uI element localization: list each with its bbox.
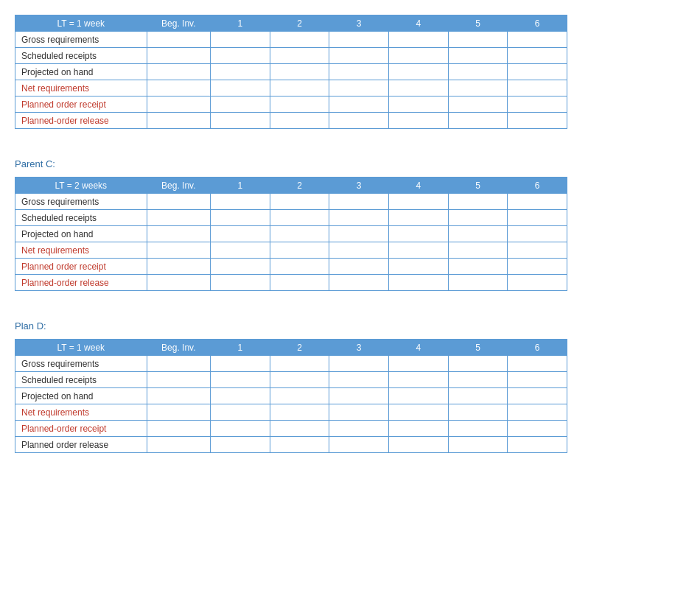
table-row: Scheduled receipts	[15, 372, 567, 388]
table-row: Net requirements	[15, 404, 567, 421]
row-label: Planned order release	[15, 437, 147, 453]
week5-header: 5	[448, 15, 508, 32]
table-row: Projected on hand	[15, 388, 567, 404]
week5-header: 5	[448, 340, 508, 356]
row-label: Planned order receipt	[15, 97, 147, 113]
table-row: Gross requirements	[15, 356, 567, 372]
table3: LT = 1 week Beg. Inv. 1 2 3 4 5 6 Gross …	[15, 339, 567, 453]
beg-inv-header: Beg. Inv.	[147, 340, 210, 356]
table1-container: LT = 1 week Beg. Inv. 1 2 3 4 5 6 Gross …	[15, 15, 685, 129]
table-row: Projected on hand	[15, 64, 567, 80]
week3-header: 3	[329, 15, 389, 32]
table-row: Scheduled receipts	[15, 48, 567, 64]
table-row: Gross requirements	[15, 194, 567, 210]
week1-header: 1	[211, 340, 270, 356]
row-label: Scheduled receipts	[15, 372, 147, 388]
table-row: Gross requirements	[15, 32, 567, 48]
week4-header: 4	[388, 15, 448, 32]
row-label: Planned-order receipt	[15, 421, 147, 437]
table2: LT = 2 weeks Beg. Inv. 1 2 3 4 5 6 Gross…	[15, 177, 567, 291]
week4-header: 4	[388, 178, 448, 194]
week1-header: 1	[211, 178, 270, 194]
row-label: Gross requirements	[15, 32, 147, 48]
row-label: Projected on hand	[15, 388, 147, 404]
row-label: Net requirements	[15, 80, 147, 97]
row-label: Planned-order release	[15, 275, 147, 291]
row-label: Net requirements	[15, 404, 147, 421]
table3-header: LT = 1 week	[15, 340, 147, 356]
week1-header: 1	[211, 15, 270, 32]
row-label: Net requirements	[15, 242, 147, 259]
row-label: Projected on hand	[15, 64, 147, 80]
week5-header: 5	[448, 178, 508, 194]
week2-header: 2	[270, 15, 329, 32]
table-row: Net requirements	[15, 80, 567, 97]
table3-container: Plan D: LT = 1 week Beg. Inv. 1 2 3 4 5 …	[15, 320, 685, 453]
week4-header: 4	[388, 340, 448, 356]
table1: LT = 1 week Beg. Inv. 1 2 3 4 5 6 Gross …	[15, 15, 567, 129]
table-row: Planned-order receipt	[15, 421, 567, 437]
table-row: Net requirements	[15, 242, 567, 259]
table-row: Planned order receipt	[15, 97, 567, 113]
week2-header: 2	[270, 178, 329, 194]
table-row: Planned-order release	[15, 113, 567, 129]
week3-header: 3	[329, 178, 389, 194]
table-row: Scheduled receipts	[15, 210, 567, 226]
table2-container: Parent C: LT = 2 weeks Beg. Inv. 1 2 3 4…	[15, 158, 685, 291]
table-row: Projected on hand	[15, 226, 567, 242]
row-label: Planned-order release	[15, 113, 147, 129]
table2-header: LT = 2 weeks	[15, 178, 147, 194]
row-label: Gross requirements	[15, 194, 147, 210]
week2-header: 2	[270, 340, 329, 356]
table-row: Planned order receipt	[15, 259, 567, 275]
row-label: Planned order receipt	[15, 259, 147, 275]
week3-header: 3	[329, 340, 389, 356]
beg-inv-header: Beg. Inv.	[147, 178, 210, 194]
table1-header: LT = 1 week	[15, 15, 147, 32]
beg-inv-header: Beg. Inv.	[147, 15, 210, 32]
table-row: Planned order release	[15, 437, 567, 453]
week6-header: 6	[508, 340, 567, 356]
row-label: Projected on hand	[15, 226, 147, 242]
table3-label: Plan D:	[15, 320, 685, 331]
row-label: Gross requirements	[15, 356, 147, 372]
table2-label: Parent C:	[15, 158, 685, 169]
table-row: Planned-order release	[15, 275, 567, 291]
week6-header: 6	[508, 178, 567, 194]
row-label: Scheduled receipts	[15, 210, 147, 226]
row-label: Scheduled receipts	[15, 48, 147, 64]
week6-header: 6	[508, 15, 567, 32]
